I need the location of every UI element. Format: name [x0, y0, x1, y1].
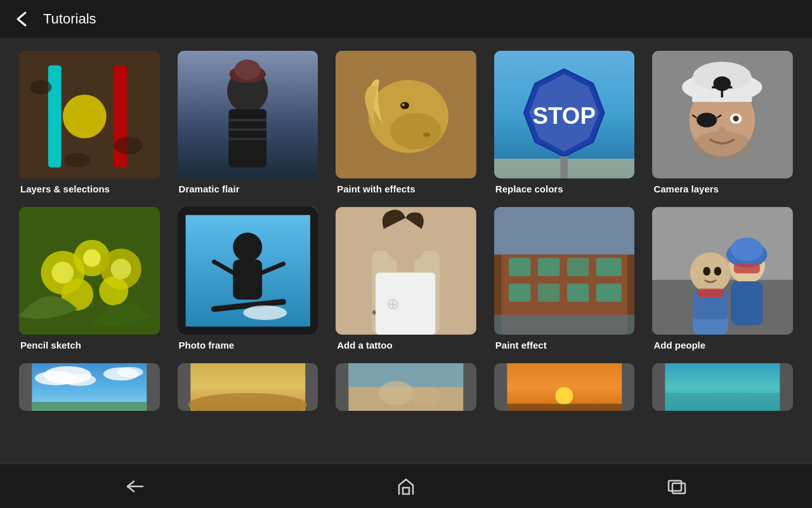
tutorial-item[interactable] — [19, 363, 160, 411]
svg-rect-102 — [32, 402, 147, 411]
svg-rect-27 — [560, 156, 567, 178]
tutorial-item[interactable]: Camera layers — [652, 51, 793, 194]
svg-point-12 — [234, 60, 260, 80]
svg-point-19 — [400, 102, 409, 109]
svg-rect-56 — [233, 260, 262, 300]
tutorial-label: Pencil sketch — [19, 340, 160, 351]
nav-back-button[interactable] — [116, 471, 154, 502]
svg-point-51 — [111, 258, 131, 279]
svg-rect-67 — [376, 272, 435, 335]
tutorial-thumbnail — [652, 207, 793, 335]
svg-point-42 — [693, 131, 752, 160]
svg-rect-71 — [509, 258, 530, 276]
tutorial-item[interactable]: Dramatic flair — [178, 51, 318, 194]
svg-rect-74 — [596, 258, 622, 276]
svg-point-5 — [30, 80, 51, 95]
svg-rect-114 — [403, 488, 409, 494]
tutorial-thumbnail — [336, 51, 476, 178]
svg-rect-111 — [507, 404, 622, 411]
tutorial-item[interactable]: Add people — [652, 207, 793, 351]
back-button[interactable] — [13, 10, 30, 28]
tutorial-label: Camera layers — [652, 184, 793, 194]
tutorials-grid: Layers & selections Dramatic flair — [19, 51, 793, 411]
tutorial-thumbnail — [19, 363, 160, 411]
tutorial-label: Replace colors — [494, 184, 635, 194]
svg-rect-75 — [509, 283, 530, 302]
svg-rect-113 — [665, 393, 780, 411]
tutorial-thumbnail — [19, 51, 160, 178]
tutorial-label: Photo frame — [178, 340, 318, 351]
svg-point-110 — [555, 387, 573, 404]
svg-point-108 — [411, 387, 441, 404]
svg-rect-76 — [538, 283, 560, 302]
tutorial-item[interactable]: Paint effect — [494, 207, 635, 351]
tutorial-thumbnail — [178, 207, 318, 335]
svg-point-50 — [83, 250, 101, 267]
svg-rect-72 — [538, 258, 560, 276]
svg-point-93 — [704, 267, 710, 276]
tutorial-thumbnail — [19, 207, 160, 335]
svg-point-60 — [243, 305, 287, 320]
svg-point-3 — [63, 95, 107, 138]
svg-rect-73 — [567, 258, 589, 276]
content-area: Layers & selections Dramatic flair — [0, 38, 812, 464]
tutorial-item[interactable] — [494, 363, 635, 411]
tutorial-item[interactable]: Photo frame — [178, 207, 318, 351]
svg-text:⊕: ⊕ — [387, 295, 400, 312]
svg-rect-115 — [669, 481, 681, 491]
svg-point-99 — [63, 374, 96, 386]
svg-rect-89 — [734, 263, 760, 273]
svg-point-18 — [390, 113, 441, 149]
tutorial-thumbnail — [652, 51, 793, 178]
svg-point-49 — [52, 262, 74, 283]
svg-point-21 — [423, 133, 430, 137]
svg-rect-116 — [672, 483, 685, 493]
tutorial-label: Add people — [652, 340, 793, 351]
tutorial-item[interactable] — [336, 363, 476, 411]
svg-rect-95 — [698, 289, 724, 298]
tutorial-item[interactable] — [178, 363, 318, 411]
tutorial-thumbnail: STOP — [494, 51, 635, 178]
tutorial-thumbnail — [494, 207, 635, 335]
page-title: Tutorials — [43, 11, 96, 27]
tutorial-item[interactable]: ✿✿ ❋❋❋ ⊕ Add a tattoo — [336, 207, 476, 351]
nav-home-button[interactable] — [387, 471, 425, 502]
tutorial-thumbnail — [178, 363, 318, 411]
bottom-navigation — [0, 464, 812, 508]
svg-point-90 — [690, 252, 731, 293]
svg-point-94 — [714, 267, 721, 276]
svg-point-48 — [99, 276, 128, 305]
svg-point-107 — [378, 381, 414, 405]
tutorial-item[interactable]: Pencil sketch — [19, 207, 160, 351]
svg-text:STOP: STOP — [532, 103, 595, 129]
svg-point-36 — [697, 113, 717, 128]
svg-rect-81 — [494, 207, 635, 255]
tutorial-label: Paint effect — [494, 340, 635, 351]
tutorial-item[interactable] — [652, 363, 793, 411]
tutorial-label: Layers & selections — [19, 184, 160, 194]
tutorial-thumbnail — [178, 51, 318, 178]
svg-point-20 — [402, 104, 405, 107]
tutorial-label: Dramatic flair — [178, 184, 318, 194]
tutorial-thumbnail — [494, 363, 635, 411]
svg-point-101 — [117, 367, 143, 378]
svg-rect-2 — [48, 65, 62, 168]
svg-rect-77 — [567, 283, 589, 302]
svg-point-55 — [233, 232, 262, 262]
svg-point-40 — [733, 116, 739, 121]
svg-point-88 — [731, 237, 763, 261]
tutorial-thumbnail — [652, 363, 793, 411]
svg-rect-86 — [731, 281, 763, 325]
tutorial-thumbnail: ✿✿ ❋❋❋ ⊕ — [336, 207, 476, 335]
tutorial-item[interactable]: Layers & selections — [19, 51, 160, 194]
svg-point-7 — [64, 153, 90, 168]
svg-rect-78 — [596, 283, 622, 302]
tutorial-item[interactable]: STOP Replace colors — [494, 51, 635, 194]
svg-point-6 — [114, 137, 143, 154]
tutorial-thumbnail — [336, 363, 476, 411]
header: Tutorials — [0, 0, 812, 38]
svg-rect-79 — [494, 315, 635, 335]
tutorial-item[interactable]: Paint with effects — [336, 51, 476, 194]
tutorial-label: Add a tattoo — [336, 340, 476, 351]
nav-recent-button[interactable] — [658, 471, 696, 502]
